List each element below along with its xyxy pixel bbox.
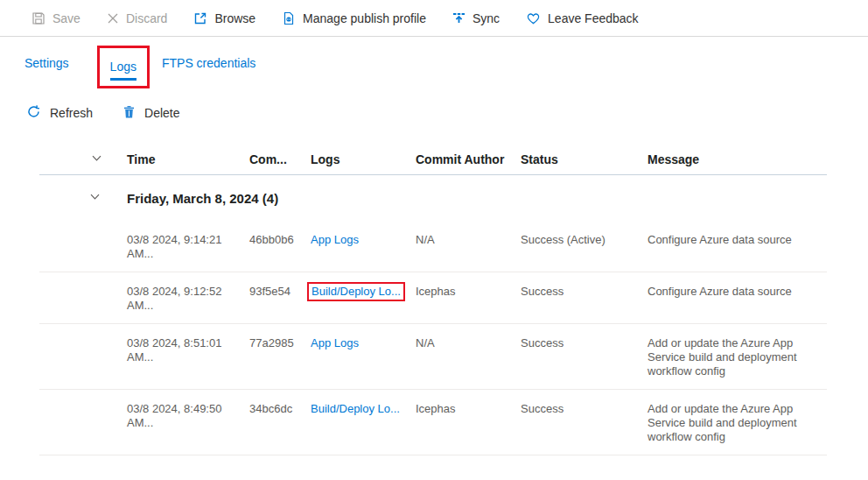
cell-status: Success xyxy=(521,402,648,416)
table-row[interactable]: 03/8 2024, 8:49:50 AM... 34bc6dc Build/D… xyxy=(39,390,827,455)
leave-feedback-button[interactable]: Leave Feedback xyxy=(526,11,639,25)
discard-button[interactable]: Discard xyxy=(107,11,167,25)
delete-label: Delete xyxy=(144,106,179,120)
tab-logs[interactable]: Logs xyxy=(110,53,136,84)
cell-commit: 34bc6dc xyxy=(249,402,311,416)
table-row[interactable]: 03/8 2024, 8:51:01 AM... 77a2985 App Log… xyxy=(39,324,827,390)
cell-commit-author: Icephas xyxy=(416,402,521,416)
manage-publish-profile-label: Manage publish profile xyxy=(303,11,426,25)
date-group-label: Friday, March 8, 2024 (4) xyxy=(127,191,827,206)
sync-icon xyxy=(452,11,466,25)
table-row[interactable]: 03/8 2024, 9:14:21 AM... 46bb0b6 App Log… xyxy=(39,221,827,272)
column-header-message[interactable]: Message xyxy=(648,152,827,166)
build-deploy-logs-link[interactable]: Build/Deploy Lo... xyxy=(311,402,400,415)
refresh-icon xyxy=(26,104,41,122)
discard-icon xyxy=(107,12,119,25)
cell-commit: 77a2985 xyxy=(249,336,311,350)
trash-icon xyxy=(122,105,136,122)
heart-icon xyxy=(526,11,541,25)
leave-feedback-label: Leave Feedback xyxy=(548,11,639,25)
tab-logs-label: Logs xyxy=(110,60,136,74)
annotation-box-logs-tab: Logs xyxy=(97,46,150,88)
tab-ftps-credentials[interactable]: FTPS credentials xyxy=(162,49,256,77)
annotation-box-build-deploy-link: Build/Deploy Lo... xyxy=(307,282,405,301)
group-chevron-icon[interactable] xyxy=(39,190,127,207)
cell-message: Add or update the Azure App Service buil… xyxy=(648,336,827,378)
cell-time: 03/8 2024, 8:49:50 AM... xyxy=(127,402,249,430)
sync-label: Sync xyxy=(472,11,500,25)
cell-commit: 46bb0b6 xyxy=(249,233,311,247)
refresh-label: Refresh xyxy=(50,106,93,120)
browse-label: Browse xyxy=(214,11,256,25)
build-deploy-logs-link[interactable]: Build/Deploy Lo... xyxy=(312,285,401,298)
collapse-all-chevron-icon[interactable] xyxy=(39,152,103,167)
toolbar: Save Discard Browse xyxy=(0,0,868,37)
column-header-status[interactable]: Status xyxy=(521,152,648,166)
cell-message: Configure Azure data source xyxy=(648,233,827,247)
sync-button[interactable]: Sync xyxy=(452,11,500,25)
save-button[interactable]: Save xyxy=(32,11,80,25)
app-logs-link[interactable]: App Logs xyxy=(311,336,359,349)
delete-button[interactable]: Delete xyxy=(122,105,179,122)
deployment-logs-table: Time Com... Logs Commit Author Status Me… xyxy=(39,144,827,455)
cell-status: Success xyxy=(521,336,648,350)
cell-time: 03/8 2024, 8:51:01 AM... xyxy=(127,336,249,364)
cell-message: Add or update the Azure App Service buil… xyxy=(648,402,827,444)
save-icon xyxy=(32,11,46,25)
table-header-row: Time Com... Logs Commit Author Status Me… xyxy=(39,144,827,175)
save-label: Save xyxy=(52,11,80,25)
refresh-button[interactable]: Refresh xyxy=(26,104,93,122)
column-header-logs[interactable]: Logs xyxy=(311,152,416,166)
column-header-commit[interactable]: Com... xyxy=(249,152,311,166)
cell-commit-author: N/A xyxy=(416,336,521,350)
browse-button[interactable]: Browse xyxy=(193,11,256,25)
table-row[interactable]: 03/8 2024, 9:12:52 AM... 93f5e54 Build/D… xyxy=(39,272,827,324)
cell-status: Success (Active) xyxy=(521,233,648,247)
cell-status: Success xyxy=(521,285,648,299)
deployment-center-logs-page: Save Discard Browse xyxy=(0,0,868,480)
cell-message: Configure Azure data source xyxy=(648,285,827,299)
browse-icon xyxy=(193,11,207,25)
app-logs-link[interactable]: App Logs xyxy=(311,233,359,246)
column-header-commit-author[interactable]: Commit Author xyxy=(416,152,521,166)
cell-time: 03/8 2024, 9:12:52 AM... xyxy=(127,285,249,313)
date-group-row[interactable]: Friday, March 8, 2024 (4) xyxy=(39,175,827,221)
cell-time: 03/8 2024, 9:14:21 AM... xyxy=(127,233,249,261)
manage-publish-profile-button[interactable]: Manage publish profile xyxy=(282,11,426,25)
cell-commit: 93f5e54 xyxy=(249,285,311,299)
column-header-time[interactable]: Time xyxy=(127,152,249,166)
cell-commit-author: Icephas xyxy=(416,285,521,299)
active-tab-underline xyxy=(110,78,136,81)
logs-command-bar: Refresh Delete xyxy=(0,88,868,128)
cell-commit-author: N/A xyxy=(416,233,521,247)
discard-label: Discard xyxy=(126,11,167,25)
tab-settings[interactable]: Settings xyxy=(24,49,69,77)
publish-profile-file-icon xyxy=(282,11,296,25)
tab-bar: Settings Logs FTPS credentials xyxy=(0,37,868,88)
